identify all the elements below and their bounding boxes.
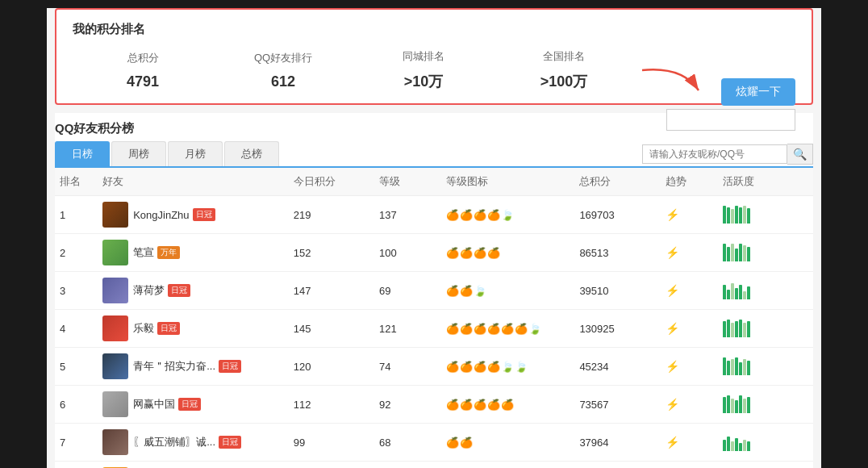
friend-name: 网赢中国日冠 — [133, 397, 201, 412]
activity-bar — [727, 361, 730, 375]
col-header-level: 等级 — [374, 168, 441, 196]
activity-bar — [727, 207, 730, 224]
activity-bar — [747, 208, 750, 224]
col-header-today: 今日积分 — [289, 168, 374, 196]
cell-level-icon: 🍊🍊🍊🍊🍊🍊🍃 — [441, 310, 575, 348]
cell-today-score: 219 — [289, 196, 374, 234]
cell-total-score: 45234 — [574, 348, 660, 386]
cell-rank: 1 — [55, 196, 98, 234]
total-score-value: 4791 — [73, 73, 213, 90]
cell-total-score: 169703 — [574, 196, 660, 234]
cell-activity — [718, 272, 813, 310]
cell-rank: 2 — [55, 234, 98, 272]
tab-total[interactable]: 总榜 — [224, 141, 279, 166]
table-row: 2笔宣万年152100🍊🍊🍊🍊86513⚡ — [55, 234, 813, 272]
activity-bar — [731, 209, 734, 224]
score-share-input[interactable] — [666, 109, 795, 131]
activity-bar — [739, 285, 742, 299]
avatar — [102, 391, 128, 417]
trend-icon: ⚡ — [666, 322, 679, 335]
friend-badge: 日冠 — [157, 322, 180, 335]
cell-friend: 领军沐宇晨1信仰绿 — [98, 462, 288, 469]
trend-icon: ⚡ — [666, 360, 679, 373]
activity-bar — [727, 320, 730, 337]
friend-name: 薄荷梦日冠 — [133, 283, 190, 298]
avatar — [102, 202, 128, 228]
cell-total-score: 86513 — [574, 234, 660, 272]
tabs-container: 日榜 周榜 月榜 总榜 — [55, 141, 281, 166]
cell-today-score: 152 — [289, 234, 374, 272]
cell-today-score: 147 — [289, 272, 374, 310]
cell-total-score: 39510 — [574, 272, 660, 310]
cell-friend: 〖威五潮铺〗诚...日冠 — [98, 424, 288, 462]
cell-rank: 5 — [55, 348, 98, 386]
friend-badge: 日冠 — [168, 284, 190, 297]
col-header-activity: 活跃度 — [718, 168, 813, 196]
cell-friend: 薄荷梦日冠 — [98, 272, 288, 310]
friends-board: QQ好友积分榜 日榜 周榜 月榜 总榜 🔍 排名 好友 今日积分 等级 等级图标 — [55, 113, 813, 468]
avatar — [102, 353, 128, 379]
city-rank-value: >10万 — [353, 72, 494, 91]
cell-trend: ⚡ — [661, 234, 718, 272]
activity-bar — [723, 206, 726, 224]
friend-name: 青年＂招实力奋...日冠 — [133, 359, 241, 374]
cell-level-icon: 🍊🍊🍊🍊🍃🍃 — [441, 348, 575, 386]
cell-friend: 笔宣万年 — [98, 234, 288, 272]
cell-level: 121 — [374, 310, 441, 348]
activity-bar — [743, 323, 746, 337]
city-rank-label: 同城排名 — [353, 49, 494, 64]
friend-name: 乐毅日冠 — [133, 321, 180, 336]
cell-level: 92 — [374, 386, 441, 424]
show-off-button[interactable]: 炫耀一下 — [721, 78, 795, 106]
cell-level-icon: 🍊🍊 — [441, 424, 575, 462]
activity-bars — [723, 244, 808, 261]
activity-bar — [723, 244, 726, 261]
friend-search-input[interactable] — [642, 144, 787, 164]
activity-bar — [735, 249, 738, 261]
search-area: 🔍 — [642, 144, 813, 165]
activity-bar — [739, 320, 742, 337]
tab-monthly[interactable]: 月榜 — [168, 141, 223, 166]
cell-level: 69 — [374, 272, 441, 310]
activity-bar — [731, 399, 734, 413]
activity-bar — [735, 321, 738, 337]
cell-rank: 7 — [55, 424, 98, 462]
activity-bar — [739, 207, 742, 224]
activity-bar — [743, 399, 746, 413]
activity-bar — [723, 440, 726, 451]
activity-bar — [743, 206, 746, 224]
tab-daily[interactable]: 日榜 — [55, 141, 110, 166]
cell-activity — [718, 310, 813, 348]
cell-activity — [718, 386, 813, 424]
cell-level: 51 — [374, 462, 441, 469]
friend-name: 笔宣万年 — [133, 245, 180, 260]
cell-total-score: 19374 — [574, 462, 660, 469]
activity-bar — [743, 245, 746, 261]
cell-activity — [718, 234, 813, 272]
cell-level: 137 — [374, 196, 441, 234]
activity-bars — [723, 320, 808, 337]
qq-rank-value: 612 — [213, 73, 353, 90]
tab-weekly[interactable]: 周榜 — [111, 141, 166, 166]
search-button[interactable]: 🔍 — [787, 144, 813, 165]
cell-today-score: 99 — [289, 462, 374, 469]
cell-trend: ⚡ — [661, 386, 718, 424]
score-stats: 总积分 4791 QQ好友排行 612 同城排名 >10万 全国排名 >100万 — [73, 49, 795, 91]
cell-friend: 网赢中国日冠 — [98, 386, 288, 424]
cell-level-icon: 🍊🍊🍊🍊 — [441, 234, 575, 272]
activity-bars — [723, 433, 808, 451]
cell-total-score: 73567 — [574, 386, 660, 424]
activity-bar — [735, 357, 738, 375]
cell-rank: 6 — [55, 386, 98, 424]
score-col-city: 同城排名 >10万 — [353, 49, 494, 91]
avatar — [102, 240, 128, 265]
cell-level-icon: 🍊🍊🍊🍊🍃 — [441, 196, 575, 234]
activity-bars — [723, 357, 808, 375]
cell-today-score: 145 — [289, 310, 374, 348]
activity-bar — [723, 357, 726, 375]
activity-bar — [723, 397, 726, 413]
cell-level-icon: 🍊🍊🍃 — [441, 272, 575, 310]
activity-bar — [735, 288, 738, 299]
arrow-icon — [634, 62, 715, 107]
activity-bar — [735, 400, 738, 413]
